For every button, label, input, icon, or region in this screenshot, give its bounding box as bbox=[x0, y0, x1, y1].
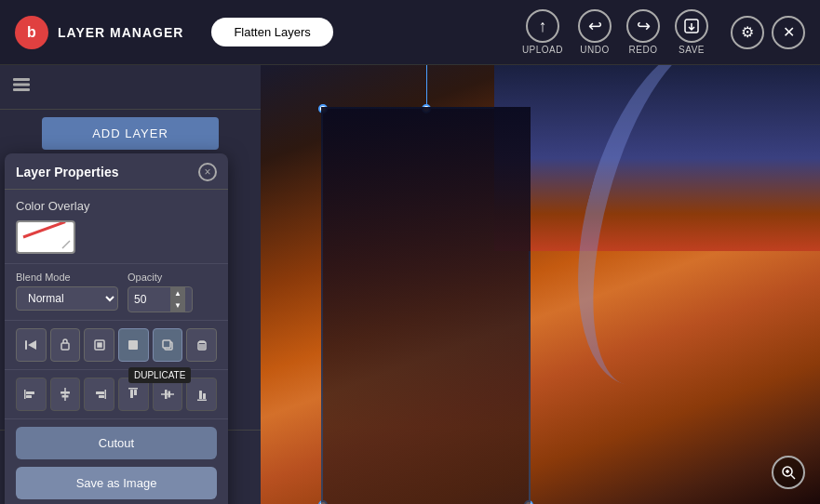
opacity-up-button[interactable]: ▲ bbox=[170, 287, 185, 299]
panel-title: Layer Properties bbox=[16, 165, 119, 179]
svg-rect-27 bbox=[168, 391, 171, 398]
canvas-area bbox=[261, 65, 820, 504]
layer-mask-button[interactable] bbox=[84, 328, 114, 362]
svg-rect-8 bbox=[98, 343, 101, 347]
svg-rect-26 bbox=[165, 390, 168, 399]
close-app-button[interactable]: ✕ bbox=[772, 16, 805, 49]
save-as-image-button[interactable]: Save as Image bbox=[16, 467, 217, 499]
svg-rect-29 bbox=[199, 391, 202, 399]
settings-button[interactable]: ⚙ bbox=[731, 16, 764, 49]
flatten-layers-button[interactable]: Flatten Layers bbox=[211, 18, 332, 46]
upload-action[interactable]: ↑ UPLOAD bbox=[522, 9, 563, 55]
color-swatch[interactable] bbox=[16, 220, 75, 254]
layer-fill-button[interactable] bbox=[118, 328, 149, 362]
app-logo: b bbox=[15, 16, 48, 49]
logo-area: b LAYER MANAGER bbox=[15, 16, 183, 49]
svg-rect-28 bbox=[197, 400, 207, 402]
svg-rect-20 bbox=[96, 391, 104, 394]
opacity-input[interactable] bbox=[128, 289, 170, 310]
blend-mode-select[interactable]: Normal Multiply Screen Overlay bbox=[16, 286, 118, 311]
align-left-button[interactable] bbox=[16, 378, 47, 411]
blend-mode-group: Blend Mode Normal Multiply Screen Overla… bbox=[16, 272, 118, 312]
layers-icon-bar bbox=[0, 65, 261, 110]
save-label: SAVE bbox=[679, 45, 705, 55]
svg-rect-16 bbox=[64, 388, 66, 401]
undo-label: UNDO bbox=[580, 45, 609, 55]
duplicate-tooltip: DUPLICATE bbox=[128, 367, 191, 383]
svg-rect-25 bbox=[161, 393, 174, 395]
opacity-down-button[interactable]: ▼ bbox=[170, 299, 185, 312]
align-icons-row bbox=[5, 370, 228, 419]
save-icon bbox=[675, 9, 708, 43]
undo-action[interactable]: ↩ UNDO bbox=[578, 9, 612, 55]
svg-rect-24 bbox=[134, 390, 137, 395]
panel-header: Layer Properties × bbox=[5, 153, 228, 190]
svg-rect-18 bbox=[62, 395, 69, 398]
svg-rect-22 bbox=[128, 388, 138, 390]
svg-rect-21 bbox=[99, 395, 104, 398]
redo-icon: ↪ bbox=[626, 9, 660, 43]
panel-close-button[interactable]: × bbox=[198, 163, 217, 181]
redo-action[interactable]: ↪ REDO bbox=[626, 9, 660, 55]
upload-label: UPLOAD bbox=[522, 45, 563, 55]
svg-rect-1 bbox=[13, 78, 30, 81]
svg-rect-3 bbox=[13, 88, 30, 91]
top-bar: b LAYER MANAGER Flatten Layers ↑ UPLOAD … bbox=[0, 0, 820, 65]
svg-rect-6 bbox=[61, 343, 69, 350]
color-overlay-label: Color Overlay bbox=[16, 199, 217, 213]
redo-label: REDO bbox=[629, 45, 658, 55]
top-right-icons: ⚙ ✕ bbox=[731, 16, 805, 49]
app-title: LAYER MANAGER bbox=[58, 25, 183, 40]
align-right-button[interactable] bbox=[84, 378, 114, 411]
selection-line-top bbox=[426, 65, 427, 109]
layer-action-icons-row: DUPLICATE bbox=[5, 321, 228, 370]
opacity-group: Opacity ▲ ▼ bbox=[128, 272, 193, 312]
svg-rect-4 bbox=[25, 340, 27, 350]
layer-properties-panel: Layer Properties × Color Overlay Blend M… bbox=[5, 153, 228, 504]
opacity-label: Opacity bbox=[128, 272, 193, 283]
svg-rect-13 bbox=[24, 390, 26, 399]
action-buttons: Cutout Save as Image bbox=[5, 419, 228, 504]
color-overlay-section: Color Overlay bbox=[5, 190, 228, 264]
add-layer-button[interactable]: ADD LAYER bbox=[42, 117, 219, 150]
layer-send-back-button[interactable] bbox=[50, 328, 81, 362]
align-center-h-button[interactable] bbox=[50, 378, 81, 411]
svg-rect-2 bbox=[13, 84, 30, 86]
opacity-spinners: ▲ ▼ bbox=[170, 287, 185, 312]
opacity-input-wrapper: ▲ ▼ bbox=[128, 286, 193, 312]
blend-mode-label: Blend Mode bbox=[16, 272, 118, 283]
undo-icon: ↩ bbox=[578, 9, 612, 43]
blend-opacity-row: Blend Mode Normal Multiply Screen Overla… bbox=[5, 264, 228, 321]
zoom-button[interactable] bbox=[772, 456, 805, 489]
left-sidebar: ADD LAYER Layer Properties × Color Overl… bbox=[0, 65, 261, 504]
svg-rect-19 bbox=[104, 390, 106, 399]
upload-icon: ↑ bbox=[526, 9, 559, 43]
svg-marker-5 bbox=[28, 340, 36, 350]
layer-delete-button[interactable] bbox=[186, 328, 217, 362]
save-action[interactable]: SAVE bbox=[675, 9, 708, 55]
svg-rect-23 bbox=[130, 390, 133, 398]
svg-rect-15 bbox=[26, 395, 32, 398]
top-actions: ↑ UPLOAD ↩ UNDO ↪ REDO SAVE bbox=[522, 9, 708, 55]
layer-first-button[interactable] bbox=[16, 328, 47, 362]
color-swatch-line bbox=[22, 220, 65, 238]
svg-rect-14 bbox=[26, 391, 34, 394]
svg-rect-30 bbox=[203, 393, 206, 399]
layers-icon bbox=[11, 74, 32, 99]
cutout-button[interactable]: Cutout bbox=[16, 427, 217, 459]
svg-rect-17 bbox=[60, 391, 70, 394]
svg-rect-9 bbox=[128, 340, 138, 350]
layer-duplicate-button[interactable]: DUPLICATE bbox=[153, 328, 183, 362]
svg-rect-11 bbox=[163, 340, 170, 348]
align-bottom-button[interactable] bbox=[186, 378, 217, 411]
portrait-figure bbox=[321, 107, 531, 504]
